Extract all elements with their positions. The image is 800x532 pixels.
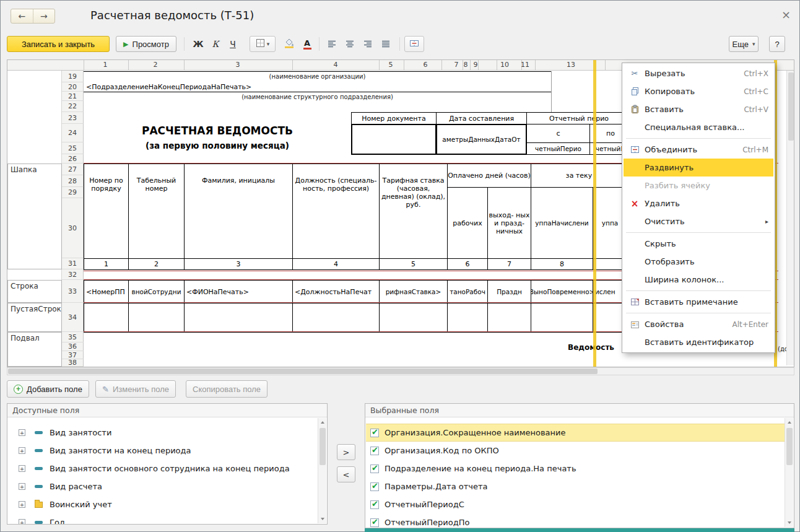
expand-icon[interactable]: +: [19, 501, 25, 508]
cell-doc-date-value[interactable]: аметрыДанныхДатаОт: [436, 124, 527, 155]
cell-head-paid[interactable]: Оплачено дней (часов): [447, 164, 531, 188]
row-header[interactable]: 30: [62, 198, 84, 258]
help-button[interactable]: ?: [769, 36, 785, 52]
section-label-empty-row[interactable]: ПустаяСтрок: [7, 303, 62, 332]
row-header[interactable]: 32: [62, 269, 84, 280]
scroll-down-arrow[interactable]: [785, 518, 794, 527]
cell-empty[interactable]: [184, 303, 293, 333]
cell-empty[interactable]: [128, 303, 185, 333]
scroll-thumb[interactable]: [8, 368, 598, 374]
checkbox-checked[interactable]: ✔: [370, 447, 379, 455]
checkbox-checked[interactable]: ✔: [370, 464, 379, 473]
cell-colnum-7[interactable]: 7: [487, 258, 531, 270]
cell-empty[interactable]: [292, 303, 380, 333]
row-header[interactable]: 27: [62, 164, 84, 175]
row-header[interactable]: 23: [62, 112, 84, 124]
column-header[interactable]: 10: [498, 61, 511, 69]
cell-empty[interactable]: [487, 303, 531, 333]
section-label-row[interactable]: Строка: [7, 280, 62, 303]
expand-icon[interactable]: +: [19, 483, 25, 490]
cell-row-position[interactable]: <ДолжностьНаПечат: [292, 280, 380, 303]
close-icon[interactable]: ×: [781, 8, 791, 21]
selected-field-row[interactable]: ✔ Подразделение на конец периода.На печа…: [366, 460, 785, 477]
cell-colnum-2[interactable]: 2: [128, 258, 185, 270]
align-center-button[interactable]: [342, 36, 358, 52]
row-header[interactable]: 28: [62, 175, 84, 187]
scroll-thumb[interactable]: [788, 72, 794, 141]
cell-head-tab-number[interactable]: Табельный номер: [128, 164, 185, 259]
section-label-header[interactable]: Шапка: [7, 164, 62, 269]
scroll-thumb[interactable]: [320, 428, 326, 465]
save-and-close-button[interactable]: Записать и закрыть: [7, 36, 110, 52]
row-header[interactable]: 21: [62, 92, 84, 101]
cell-period-from-label[interactable]: с: [526, 124, 590, 143]
menu-item-hide[interactable]: Скрыть: [624, 235, 773, 253]
fill-color-button[interactable]: [280, 36, 298, 52]
row-header[interactable]: 19: [62, 71, 84, 82]
cell-head-rate[interactable]: Тарифная ставка (часовая, дневная) (окла…: [379, 164, 448, 259]
cell-head-number[interactable]: Номер по порядку: [84, 164, 129, 259]
available-field-row[interactable]: + Вид занятости на конец периода: [7, 442, 315, 460]
row-header[interactable]: 36: [62, 342, 84, 351]
row-header[interactable]: 33: [62, 280, 84, 303]
cell-row-tab[interactable]: внойСотрудни: [128, 280, 185, 303]
section-label-footer[interactable]: Подвал: [7, 332, 62, 367]
available-field-row[interactable]: + Вид занятости основного сотрудника на …: [7, 460, 315, 477]
menu-item-insert-note[interactable]: Вставить примечание: [624, 293, 773, 311]
cell-colnum-6[interactable]: 6: [447, 258, 488, 270]
column-header[interactable]: 3: [232, 61, 244, 69]
menu-item-insert-identifier[interactable]: Вставить идентификатор: [624, 333, 773, 351]
cell-report-period-label[interactable]: Отчетный перио: [526, 112, 632, 124]
bold-button[interactable]: Ж: [190, 36, 206, 52]
row-header[interactable]: 26: [62, 154, 84, 164]
row-header[interactable]: 35: [62, 332, 84, 342]
row-header[interactable]: 20: [62, 82, 84, 92]
cell-row-weekend[interactable]: Праздн: [487, 280, 531, 303]
cell-row-npp[interactable]: <НомерПП: [84, 280, 129, 303]
cell-colnum-3[interactable]: 3: [184, 258, 293, 270]
add-field-button[interactable]: + Добавить поле: [7, 380, 89, 398]
column-header[interactable]: 11: [519, 61, 531, 69]
cell-footer-title[interactable]: Ведомость: [568, 343, 614, 352]
checkbox-checked[interactable]: ✔: [370, 482, 379, 491]
cell-head-workdays[interactable]: рабочих: [447, 187, 488, 259]
cell-row-fio[interactable]: <ФИОНаПечать>: [184, 280, 293, 303]
available-field-row[interactable]: + Вид расчета: [7, 477, 315, 495]
selected-field-row[interactable]: ✔ Организация.Код по ОКПО: [366, 442, 785, 460]
borders-button[interactable]: ▾: [250, 36, 276, 52]
menu-item-show[interactable]: Отобразить: [624, 253, 773, 271]
font-color-button[interactable]: А: [299, 36, 315, 52]
cell-head-group1[interactable]: уппаНачислени: [531, 187, 593, 259]
cell-head-current[interactable]: за теку: [531, 164, 627, 188]
align-right-button[interactable]: [360, 36, 376, 52]
row-header[interactable]: 34: [62, 303, 84, 332]
cell-doc-number-label[interactable]: Номер документа: [351, 112, 437, 124]
cell-colnum-5[interactable]: 5: [379, 258, 448, 270]
available-field-row[interactable]: + Вид занятости: [7, 424, 315, 442]
cell-row-workdays[interactable]: таноРабоч: [447, 280, 488, 303]
scroll-up-arrow[interactable]: [318, 418, 327, 427]
cell-form-subtitle[interactable]: (за первую половину месяца): [84, 141, 351, 153]
cell-colnum-8[interactable]: 8: [531, 258, 593, 270]
selected-field-row[interactable]: ✔ ОтчетныйПериодПо: [366, 513, 785, 528]
row-header[interactable]: 25: [62, 142, 84, 154]
column-header[interactable]: 2: [149, 61, 162, 69]
move-right-button[interactable]: >: [337, 444, 355, 460]
splitter-bar[interactable]: [365, 528, 794, 532]
menu-item-delete[interactable]: × Удалить: [624, 194, 773, 212]
more-button[interactable]: Еще ▾: [729, 36, 759, 52]
cell-empty[interactable]: [84, 303, 129, 333]
move-left-button[interactable]: <: [337, 466, 355, 482]
back-button[interactable]: ←: [11, 9, 33, 23]
cell-form-title[interactable]: РАСЧЕТНАЯ ВЕДОМОСТЬ: [84, 124, 351, 141]
expand-icon[interactable]: +: [19, 429, 25, 436]
row-header[interactable]: 22: [62, 101, 84, 112]
underline-button[interactable]: Ч: [225, 36, 241, 52]
menu-item-merge[interactable]: Объединить Ctrl+M: [624, 141, 773, 159]
column-header[interactable]: 6: [419, 61, 432, 69]
column-header[interactable]: 13: [565, 61, 577, 69]
scroll-down-arrow[interactable]: [318, 515, 327, 523]
menu-item-paste-special[interactable]: Специальная вставка...: [624, 118, 773, 136]
cell-head-position[interactable]: Должность (специаль- ность, профессия): [292, 164, 380, 259]
cell-period-from-value[interactable]: четныйПерио: [526, 142, 590, 155]
